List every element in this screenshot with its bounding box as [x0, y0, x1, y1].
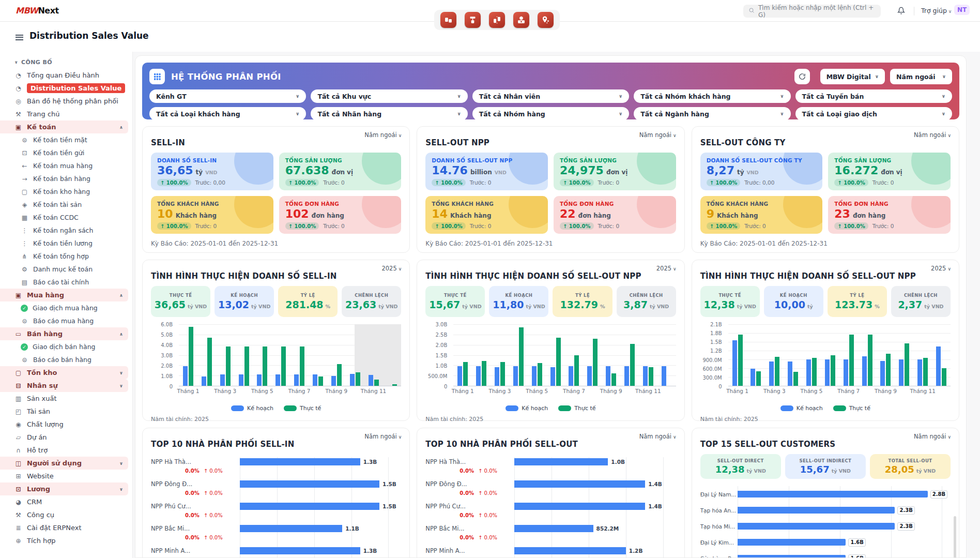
- filter-select[interactable]: Tất cả Nhân viên∨: [472, 89, 629, 103]
- panel-year-select[interactable]: 2025∨: [381, 265, 402, 272]
- customer-bar-row: Cửa hàng P...1.6B: [700, 550, 951, 558]
- global-search-input[interactable]: Tìm kiếm hoặc nhập một lệnh (Ctrl + G): [743, 5, 881, 18]
- legend-label: Kế hoạch: [522, 405, 548, 412]
- sidebar-item-giao-d-ch-mua-h-ng[interactable]: ✓Giao dịch mua hàng: [0, 301, 128, 314]
- sidebar-toggle-icon[interactable]: [16, 33, 23, 42]
- kpi-card-value: 24,975: [560, 164, 604, 177]
- plan-bar: [862, 356, 867, 386]
- mbw-next-logo[interactable]: MBWNext: [16, 6, 59, 16]
- kpi-card-value: 14: [432, 207, 448, 220]
- filter-select[interactable]: Tất cả Nhãn hàng∨: [311, 107, 467, 120]
- sidebar-item-danh-m-c-k-to-n[interactable]: ⚙Danh mục kế toán: [0, 263, 128, 276]
- kpi-card: TỔNG SẢN LƯỢNG16.272đơn vị↑ 100.0%Trước:…: [828, 153, 951, 190]
- kpi-card: TỔNG ĐƠN HÀNG23đơn hàng↑ 100.0%Trước: 0: [828, 196, 951, 234]
- sidebar-item-k-to-n-t-ng-h-p[interactable]: ⋔Kế toán tổng hợp: [0, 250, 128, 263]
- payment-app-icon[interactable]: [513, 12, 529, 28]
- route-app-icon[interactable]: [538, 12, 554, 28]
- sidebar-item-giao-d-ch-b-n-h-ng[interactable]: ✓Giao dịch bán hàng: [0, 340, 128, 353]
- sidebar-item-c-ng-c-[interactable]: ⚒Công cụ: [0, 508, 128, 521]
- org-select[interactable]: MBW Digital∨: [820, 69, 885, 84]
- panel-period-select[interactable]: Năm ngoái∨: [914, 433, 951, 440]
- stat-chip-label: THỰC TẾ: [718, 293, 741, 298]
- panel-period-select[interactable]: Năm ngoái∨: [364, 131, 402, 139]
- sidebar-item-t-ng-quan-i-u-h-nh[interactable]: ◔Tổng quan Điều hành: [0, 69, 128, 82]
- month-bar-group: [491, 324, 509, 386]
- sidebar-item-b-o-c-o-t-i-ch-nh[interactable]: ▤Báo cáo tài chính: [0, 276, 128, 289]
- workflow-app-icon[interactable]: [465, 12, 481, 28]
- sidebar-item-h-tr-[interactable]: ∩Hỗ trợ: [0, 444, 128, 457]
- sidebar-item-ch-t-l-ng[interactable]: ◉Chất lượng: [0, 418, 128, 431]
- sidebar-item-l-ng[interactable]: ⊡Lương∨: [0, 482, 128, 495]
- sidebar-item-mua-h-ng[interactable]: ▣Mua hàng∧: [0, 289, 128, 301]
- sidebar-item-k-to-n-kho-h-ng[interactable]: ▢Kế toán kho hàng: [0, 185, 128, 198]
- top-row: Năm ngoái∨TOP 10 NHÀ PHÂN PHỐI SELL-INNP…: [142, 428, 959, 558]
- panel-year-select[interactable]: 2025∨: [931, 265, 951, 272]
- stat-chip: TỶ LỆ281.48%: [278, 286, 338, 317]
- inventory-app-icon[interactable]: [440, 12, 456, 28]
- sidebar-item-d-n[interactable]: ▱Dự án: [0, 431, 128, 444]
- user-avatar[interactable]: NT: [954, 5, 970, 15]
- filter-select[interactable]: Tất cả Ngành hàng∨: [634, 107, 790, 120]
- help-menu[interactable]: Trợ giúp∨: [921, 7, 952, 14]
- filter-select[interactable]: Tất cả Nhóm hàng∨: [472, 107, 629, 120]
- filter-select[interactable]: Tất cả Khu vực∨: [311, 89, 467, 103]
- sidebar-item-crm[interactable]: ◕CRM: [0, 495, 128, 508]
- sidebar-item-k-to-n-ti-n-m-t[interactable]: ⊜Kế toán tiền mặt: [0, 133, 128, 146]
- plan-bar: [844, 359, 848, 386]
- sidebar-item-website[interactable]: ⊞Website: [0, 470, 128, 482]
- arrow-right-icon: →: [21, 175, 28, 183]
- sidebar-item-c-i-t-erpnext[interactable]: ≣Cài đặt ERPNext: [0, 521, 128, 534]
- chart-legend: Kế hoạchThực tế: [700, 405, 951, 412]
- sidebar-item-b-o-c-o-mua-h-ng[interactable]: ⊜Báo cáo mua hàng: [0, 314, 128, 327]
- value-bar: [514, 503, 645, 510]
- panel-period-select[interactable]: Năm ngoái∨: [639, 131, 677, 139]
- sidebar-item-t-i-s-n[interactable]: ◰Tài sản: [0, 405, 128, 418]
- panel-period-select[interactable]: Năm ngoái∨: [364, 433, 402, 440]
- kpi-card-unit: Khách hàng: [717, 212, 758, 219]
- sidebar-item-nh-n-s-[interactable]: ⊟Nhân sự∨: [0, 379, 128, 392]
- sidebar-item-trang-ch-[interactable]: ⚒Trang chủ: [0, 108, 128, 120]
- sidebar-item-k-to-n-b-n-h-ng[interactable]: →Kế toán bán hàng: [0, 172, 128, 185]
- sidebar-item-t-n-kho[interactable]: ▢Tồn kho∨: [0, 366, 128, 379]
- chevron-down-icon: ∨: [399, 434, 402, 440]
- panel-scrollbar[interactable]: [954, 516, 956, 558]
- month-bar-group: [271, 324, 290, 386]
- filter-select[interactable]: Kênh GT∨: [149, 89, 306, 103]
- stat-chip-value: 10,00: [774, 299, 805, 310]
- sidebar-item-t-ch-h-p[interactable]: ⊕Tích hợp: [0, 534, 128, 547]
- sidebar-item-b-n-h-ng[interactable]: ▭Bán hàng∧: [0, 327, 128, 340]
- transfer-app-icon[interactable]: [489, 12, 505, 28]
- period-select[interactable]: Năm ngoái∨: [890, 69, 952, 84]
- sidebar-item-k-to-n-mua-h-ng[interactable]: ←Kế toán mua hàng: [0, 159, 128, 172]
- panel-year-select[interactable]: 2025∨: [656, 265, 677, 272]
- panel-period-select[interactable]: Năm ngoái∨: [914, 131, 951, 139]
- filter-select-label: Kênh GT: [156, 93, 187, 100]
- refresh-button[interactable]: [794, 69, 810, 84]
- filter-select[interactable]: Tất cả Loại khách hàng∨: [149, 107, 306, 120]
- sidebar-item-k-to-n-ccdc[interactable]: ▦Kế toán CCDC: [0, 211, 128, 224]
- sidebar-item-s-n-xu-t[interactable]: ▥Sản xuất: [0, 392, 128, 405]
- panel-period-select[interactable]: Năm ngoái∨: [639, 433, 677, 440]
- plan-bar: [457, 366, 462, 386]
- sidebar-item-k-to-n-ng-n-s-ch[interactable]: ⋮Kế toán ngân sách: [0, 224, 128, 237]
- notifications-bell-icon[interactable]: [897, 7, 905, 17]
- sidebar-item-k-to-n-ti-n-l-ng[interactable]: ⋮Kế toán tiền lương: [0, 237, 128, 250]
- sidebar-item-ng-i-s-d-ng[interactable]: ◫Người sử dụng∨: [0, 457, 128, 470]
- stat-chip-label: SELL-OUT INDIRECT: [799, 458, 851, 463]
- sidebar-item-b-n-h-th-ng-ph-n-ph-i[interactable]: ◎Bản đồ hệ thống phân phối: [0, 95, 128, 108]
- sidebar-item-k-to-n-t-i-s-n[interactable]: ◈Kế toán tài sản: [0, 198, 128, 211]
- actual-bar: [337, 364, 342, 386]
- sidebar-item-label: Báo cáo bán hàng: [33, 356, 91, 364]
- filter-select[interactable]: Tất cả Tuyến bán∨: [795, 89, 952, 103]
- month-bar-group: [747, 324, 765, 386]
- sidebar-item-b-o-c-o-b-n-h-ng[interactable]: ⊜Báo cáo bán hàng: [0, 353, 128, 366]
- filter-select[interactable]: Tất cả Loại giao dịch∨: [795, 107, 952, 120]
- sidebar-item-k-to-n[interactable]: ▣Kế toán∧: [0, 120, 128, 133]
- window-icon: ⊞: [14, 473, 22, 480]
- sidebar-item-k-to-n-ti-n-g-i[interactable]: ⊡Kế toán tiền gửi: [0, 146, 128, 159]
- sidebar-item-distribution-sales-value[interactable]: ◔Distribution Sales Value: [0, 82, 128, 95]
- filter-select[interactable]: Tất cả Nhóm khách hàng∨: [634, 89, 790, 103]
- previous-value: Trước: 0: [598, 223, 620, 229]
- distributor-bar-row: NPP Hà Thà...0.0%↑ 0.0%1.3B: [151, 457, 401, 479]
- sidebar-section-cong-bo[interactable]: ∨ CÔNG BỐ: [0, 57, 128, 69]
